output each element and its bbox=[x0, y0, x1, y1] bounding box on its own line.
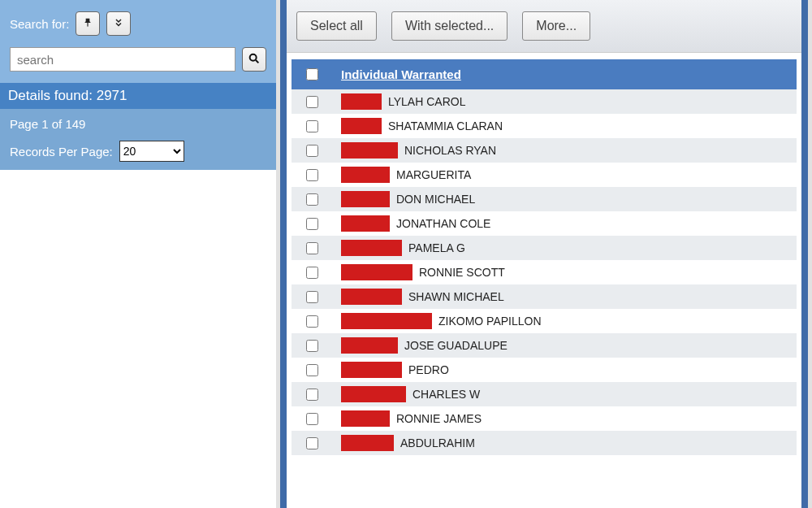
individual-name: RONNIE SCOTT bbox=[419, 266, 505, 279]
name-cell: ZIKOMO PAPILLON bbox=[341, 313, 542, 329]
redacted-block bbox=[341, 313, 432, 329]
chevron-double-down-icon bbox=[114, 17, 123, 30]
more-button[interactable]: More... bbox=[522, 11, 590, 41]
table-header: Individual Warranted bbox=[292, 59, 797, 89]
redacted-block bbox=[341, 289, 402, 305]
search-for-label: Search for: bbox=[10, 17, 69, 31]
table-row[interactable]: ZIKOMO PAPILLON bbox=[292, 309, 797, 333]
individual-name: LYLAH CAROL bbox=[388, 95, 465, 108]
row-checkbox[interactable] bbox=[306, 218, 318, 230]
redacted-block bbox=[341, 93, 382, 110]
table-row[interactable]: RONNIE JAMES bbox=[292, 406, 797, 431]
column-header-individual[interactable]: Individual Warranted bbox=[341, 67, 461, 81]
details-found-count: 2971 bbox=[97, 88, 127, 103]
row-checkbox[interactable] bbox=[306, 96, 318, 108]
redacted-block bbox=[341, 118, 382, 134]
pin-button[interactable] bbox=[76, 11, 100, 36]
redacted-block bbox=[341, 386, 406, 402]
select-all-checkbox[interactable] bbox=[306, 68, 318, 80]
with-selected-button[interactable]: With selected... bbox=[391, 11, 508, 41]
redacted-block bbox=[341, 410, 390, 427]
individual-name: SHATAMMIA CLARAN bbox=[388, 119, 503, 132]
table-row[interactable]: LYLAH CAROL bbox=[292, 89, 797, 114]
redacted-block bbox=[341, 264, 412, 280]
table-row[interactable]: SHATAMMIA CLARAN bbox=[292, 114, 797, 138]
pin-icon bbox=[82, 17, 93, 31]
table-row[interactable]: NICHOLAS RYAN bbox=[292, 138, 797, 163]
name-cell: PAMELA G bbox=[341, 240, 465, 256]
table-row[interactable]: JOSE GUADALUPE bbox=[292, 333, 797, 358]
main-border: Select all With selected... More... Indi… bbox=[280, 0, 808, 508]
details-found-bar: Details found: 2971 bbox=[0, 83, 276, 109]
records-per-page-select[interactable]: 20 bbox=[119, 141, 184, 162]
name-cell: SHAWN MICHAEL bbox=[341, 289, 504, 305]
redacted-block bbox=[341, 215, 390, 232]
row-checkbox[interactable] bbox=[306, 169, 318, 181]
redacted-block bbox=[341, 337, 398, 354]
table-wrap: Individual Warranted LYLAH CAROLSHATAMMI… bbox=[287, 53, 801, 462]
name-cell: PEDRO bbox=[341, 362, 449, 378]
row-checkbox[interactable] bbox=[306, 291, 318, 303]
expand-button[interactable] bbox=[106, 11, 131, 36]
individual-name: JOSE GUADALUPE bbox=[404, 339, 508, 352]
name-cell: LYLAH CAROL bbox=[341, 93, 465, 110]
table-row[interactable]: CHARLES W bbox=[292, 382, 797, 406]
row-checkbox[interactable] bbox=[306, 145, 318, 157]
select-all-button[interactable]: Select all bbox=[296, 11, 377, 41]
name-cell: RONNIE SCOTT bbox=[341, 264, 505, 280]
row-checkbox[interactable] bbox=[306, 242, 318, 254]
table-row[interactable]: RONNIE SCOTT bbox=[292, 260, 797, 284]
name-cell: MARGUERITA bbox=[341, 167, 471, 183]
name-cell: JONATHAN COLE bbox=[341, 215, 490, 232]
table-row[interactable]: DON MICHAEL bbox=[292, 187, 797, 211]
individual-name: ABDULRAHIM bbox=[400, 436, 475, 449]
row-checkbox[interactable] bbox=[306, 120, 318, 132]
table-row[interactable]: SHAWN MICHAEL bbox=[292, 284, 797, 309]
individual-name: CHARLES W bbox=[412, 388, 480, 401]
redacted-block bbox=[341, 240, 402, 256]
name-cell: RONNIE JAMES bbox=[341, 410, 482, 427]
search-row1: Search for: bbox=[10, 11, 266, 36]
individual-name: PEDRO bbox=[408, 363, 449, 376]
table-row[interactable]: PEDRO bbox=[292, 358, 797, 382]
name-cell: NICHOLAS RYAN bbox=[341, 142, 496, 158]
row-checkbox[interactable] bbox=[306, 193, 318, 206]
row-checkbox[interactable] bbox=[306, 315, 318, 328]
row-checkbox[interactable] bbox=[306, 389, 318, 401]
individual-name: JONATHAN COLE bbox=[396, 217, 490, 230]
redacted-block bbox=[341, 142, 398, 158]
redacted-block bbox=[341, 191, 390, 207]
main-panel: Select all With selected... More... Indi… bbox=[276, 0, 812, 508]
individual-name: SHAWN MICHAEL bbox=[408, 290, 504, 303]
individual-name: DON MICHAEL bbox=[396, 193, 475, 206]
row-checkbox[interactable] bbox=[306, 267, 318, 279]
search-icon bbox=[248, 52, 261, 67]
row-checkbox[interactable] bbox=[306, 364, 318, 376]
individual-name: MARGUERITA bbox=[396, 168, 471, 181]
table-row[interactable]: MARGUERITA bbox=[292, 163, 797, 187]
name-cell: CHARLES W bbox=[341, 386, 480, 402]
table-row[interactable]: JONATHAN COLE bbox=[292, 211, 797, 236]
pagination-section: Page 1 of 149 Records Per Page: 20 bbox=[0, 109, 276, 170]
search-input[interactable] bbox=[10, 47, 235, 72]
search-section: Search for: bbox=[0, 0, 276, 83]
individual-name: PAMELA G bbox=[408, 241, 465, 254]
row-checkbox[interactable] bbox=[306, 437, 318, 449]
sidebar: Search for: Details found: 2971 bbox=[0, 0, 276, 508]
details-found-label: Details found: bbox=[8, 88, 97, 103]
name-cell: DON MICHAEL bbox=[341, 191, 475, 207]
row-checkbox[interactable] bbox=[306, 413, 318, 425]
search-button[interactable] bbox=[242, 47, 266, 72]
name-cell: SHATAMMIA CLARAN bbox=[341, 118, 503, 134]
toolbar: Select all With selected... More... bbox=[287, 0, 801, 53]
svg-point-0 bbox=[250, 54, 257, 60]
individual-name: ZIKOMO PAPILLON bbox=[438, 315, 542, 328]
table-row[interactable]: ABDULRAHIM bbox=[292, 431, 797, 455]
page-info: Page 1 of 149 bbox=[10, 117, 266, 131]
sidebar-spacer bbox=[0, 170, 276, 508]
row-checkbox[interactable] bbox=[306, 340, 318, 352]
name-cell: ABDULRAHIM bbox=[341, 435, 475, 451]
table-body: LYLAH CAROLSHATAMMIA CLARANNICHOLAS RYAN… bbox=[292, 89, 797, 455]
name-cell: JOSE GUADALUPE bbox=[341, 337, 508, 354]
table-row[interactable]: PAMELA G bbox=[292, 236, 797, 260]
